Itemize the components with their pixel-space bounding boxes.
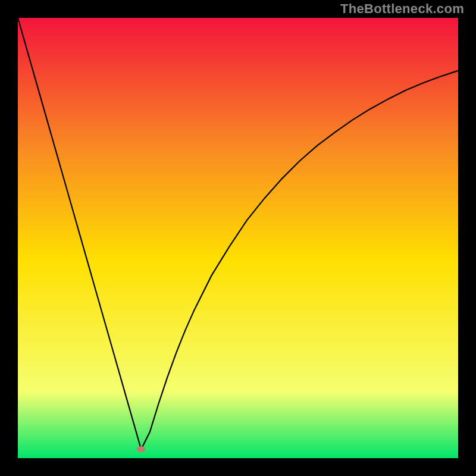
plot-area: [18, 18, 458, 458]
chart-container: TheBottleneck.com: [0, 0, 476, 476]
watermark-text: TheBottleneck.com: [340, 1, 464, 17]
curve-plot: [18, 18, 458, 458]
minimum-marker: [137, 446, 145, 452]
curve-line: [18, 18, 458, 449]
